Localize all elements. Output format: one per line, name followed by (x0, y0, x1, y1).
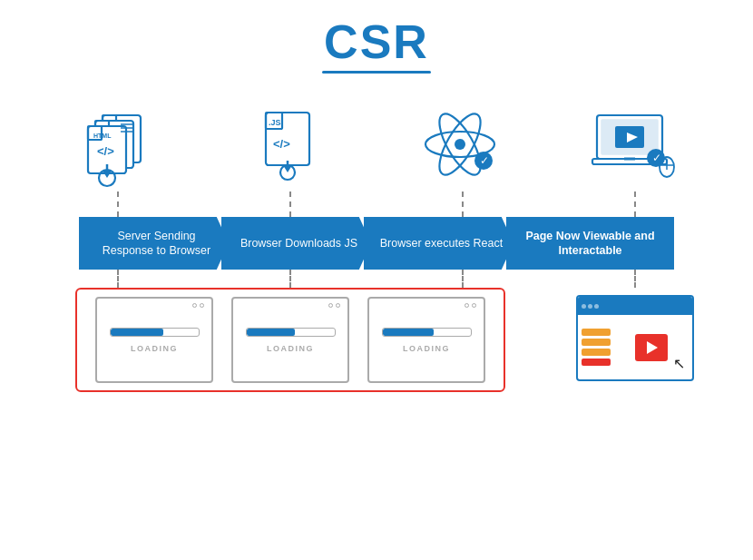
v-line-2 (289, 192, 291, 217)
final-screen-col: ↖ (549, 270, 721, 381)
step-1-text: Server Sending Response to Browser (92, 229, 221, 259)
dot (200, 303, 204, 308)
svg-text:</>: </> (97, 144, 114, 158)
loading-bar-3 (383, 329, 434, 336)
icon-col-2: .JS </> (204, 101, 376, 217)
v-lines-group (32, 270, 549, 288)
loading-bar-2 (247, 329, 295, 336)
step-1-label: Server Sending Response to Browser (79, 217, 229, 270)
loading-bar-wrap-3 (382, 328, 472, 337)
v-line-bottom-1 (117, 270, 119, 288)
bar-orange-2 (582, 339, 611, 346)
bar-orange-1 (582, 329, 611, 336)
fs-dot (594, 304, 599, 309)
loading-label-3: LOADING (403, 344, 450, 353)
bar-orange-3 (582, 349, 611, 356)
loading-col-2: LOADING (222, 297, 358, 383)
dot (472, 303, 476, 308)
v-line-4 (634, 192, 636, 217)
svg-text:✓: ✓ (480, 154, 489, 167)
step-2-label: Browser Downloads JS (221, 217, 371, 270)
step-2-text: Browser Downloads JS (240, 236, 357, 251)
browser-dots-3 (465, 303, 476, 308)
browser-dots-1 (192, 303, 204, 308)
final-screen-wrapper: ↖ (576, 295, 694, 381)
browser-mockup-2: LOADING (231, 297, 349, 383)
play-button (635, 334, 668, 361)
v-line-bottom-2 (289, 270, 291, 288)
loading-bar-wrap-1 (110, 328, 200, 337)
svg-text:.JS: .JS (269, 118, 281, 127)
react-icon: ✓ (417, 101, 508, 192)
laptop-icon: ✓ (590, 101, 680, 192)
browser-mockup-1: LOADING (95, 297, 213, 383)
step-3-text: Browser executes React (380, 236, 503, 251)
dot (336, 303, 340, 308)
svg-text:HTML: HTML (93, 133, 112, 139)
icons-row: HTML </> (23, 101, 730, 217)
v-line-1 (117, 192, 119, 217)
step-3-label: Browser executes React (364, 217, 513, 270)
title-underline (322, 71, 431, 74)
title-section: CSR (322, 18, 431, 74)
icon-col-4: ✓ (549, 101, 721, 217)
csr-diagram: HTML </> (9, 101, 744, 392)
fs-dot (582, 304, 586, 309)
loading-section: LOADING LOADING (32, 270, 549, 392)
loading-col-1: LOADING (86, 297, 222, 383)
icon-col-3: ✓ (376, 101, 549, 217)
v-line-bottom-4 (634, 270, 636, 288)
page-title: CSR (322, 18, 431, 65)
v-line-3 (462, 192, 464, 217)
loading-label-2: LOADING (267, 344, 314, 353)
v-line-bottom-3 (462, 270, 464, 288)
loading-col-3: LOADING (358, 297, 494, 383)
final-screen: ↖ (576, 295, 694, 381)
icon-col-1: HTML </> (32, 101, 204, 217)
loading-label-1: LOADING (131, 344, 178, 353)
screen-top-bar (578, 297, 692, 315)
bar-red (582, 359, 611, 366)
js-file-icon: .JS </> (245, 101, 336, 192)
dot (328, 303, 333, 308)
svg-text:</>: </> (273, 137, 290, 151)
screen-left-content (582, 319, 611, 376)
bottom-row: LOADING LOADING (23, 270, 730, 392)
svg-point-24 (455, 139, 465, 150)
loading-bar-1 (111, 329, 163, 336)
browser-dots-2 (328, 303, 340, 308)
cursor-icon: ↖ (673, 355, 685, 372)
dot (465, 303, 469, 308)
play-triangle-icon (647, 341, 658, 354)
browser-mockup-3: LOADING (367, 297, 485, 383)
loading-group: LOADING LOADING (75, 288, 505, 392)
arrows-row: Server Sending Response to Browser Brows… (23, 217, 730, 270)
step-4-label: Page Now Viewable and Interactable (506, 217, 674, 270)
html-files-icon: HTML </> (73, 101, 163, 192)
dot (192, 303, 197, 308)
fs-dot (588, 304, 592, 309)
step-4-text: Page Now Viewable and Interactable (515, 229, 665, 259)
loading-bar-wrap-2 (246, 328, 336, 337)
